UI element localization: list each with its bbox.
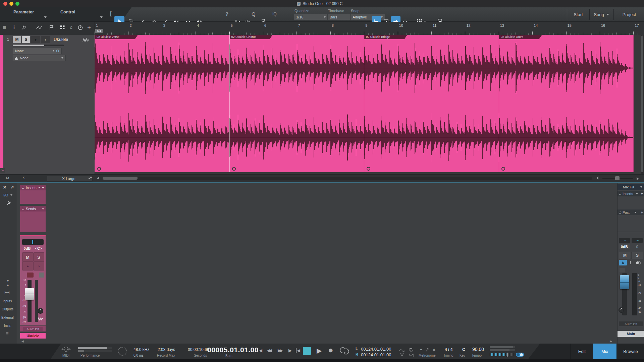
track-mute-button[interactable]: M [13,36,21,43]
main-automation-bar[interactable]: Auto: Off [619,321,643,326]
rewind-button[interactable]: ◀◀ [267,348,271,353]
monitor-toggle[interactable] [516,353,524,357]
zoom-slider[interactable] [602,178,633,179]
metronome-wrench-icon[interactable] [425,347,430,353]
zoom-in-icon[interactable] [636,176,639,182]
key-value[interactable]: C [462,347,465,352]
play-button[interactable]: ▶ [317,347,322,355]
timing-value[interactable]: 4 / 4 [445,347,452,352]
track-pan-button[interactable]: O [54,48,62,54]
marker-prev-button[interactable]: ◀ [259,348,262,353]
main-fader-cap[interactable] [620,275,629,289]
tempo-value[interactable]: 90.00 [472,347,484,352]
track-io-select[interactable]: None [13,48,57,54]
narrow-icon[interactable]: ▶◀ [5,291,9,294]
rail-item-outputs[interactable]: Outputs [2,307,13,311]
arrange-hscrollbar[interactable] [103,177,592,180]
nav-song-button[interactable]: Song [590,7,612,21]
mixer-scroll-right-icon[interactable]: ▶ [610,340,612,343]
view-mix-button[interactable]: Mix [593,344,616,359]
arrange-hscrollbar-handle[interactable] [103,177,138,180]
track-automation-badge[interactable] [0,168,5,173]
ruler-tick [137,34,137,35]
zoom-out-icon[interactable] [596,176,599,181]
cpu-ring-icon[interactable] [118,347,127,356]
channel-inserts-header[interactable]: Inserts + [20,185,46,190]
track-size-select[interactable]: X-Large [47,176,93,182]
track-name[interactable]: Ukulele [54,37,68,42]
main-knob[interactable] [619,307,624,313]
track-solo-button[interactable]: S [22,36,30,43]
loop-button[interactable] [340,347,350,356]
collapse-down-icon[interactable]: ▼ [6,279,9,283]
marker-next-button[interactable]: ▶ [288,348,292,353]
master-mute-label[interactable]: M [6,176,9,180]
channel-inserts-box[interactable] [20,190,46,204]
mixer-scroll-left-icon[interactable]: ◀ [21,340,24,343]
power-icon[interactable] [21,207,24,210]
master-solo-label[interactable]: S [23,176,25,180]
loop-end-value[interactable]: 00124.01.01.00 [361,352,391,357]
io-toggle[interactable]: I/O [1,192,16,198]
track-record-button[interactable]: ● [31,36,40,43]
ruler-tick [233,34,234,35]
channel-fader-track[interactable] [28,280,32,322]
loop-start-value[interactable]: 00124.01.01.00 [361,347,391,352]
record-button[interactable]: ● [328,345,333,355]
stop-button[interactable] [303,347,311,355]
track-monitor-button[interactable]: ◐ [41,36,50,43]
metronome-dot-icon[interactable]: ● [420,347,422,351]
close-mixer-icon[interactable]: × [3,184,6,191]
channel-automation-bar[interactable]: Auto: Off [20,326,46,331]
return-to-start-button[interactable]: ◀ [296,348,300,353]
rail-item-instruments[interactable]: Instr. [4,324,11,327]
channel-name-plate[interactable]: Ukulele [20,333,46,339]
channel-knob[interactable] [38,308,43,314]
track-instrument-select[interactable]: None [13,55,66,61]
performance-meter-top[interactable] [78,347,112,349]
popout-mixer-icon[interactable]: ↗ [10,185,14,190]
power-icon[interactable] [21,186,24,189]
rail-item-inputs[interactable]: Inputs [3,299,12,303]
channel-sends-box[interactable] [20,212,46,232]
view-edit-button[interactable]: Edit [570,344,593,359]
ruler-tick [482,33,482,35]
arrange-vscrollbar[interactable] [641,35,644,174]
nav-project-button[interactable]: Project [614,7,644,21]
chevron-down-icon [10,194,12,196]
channel-editor-wrench-icon[interactable] [6,201,11,207]
position-display[interactable]: 00005.01.01.00 [207,346,259,354]
punch-out-icon[interactable] [409,352,414,358]
list-options-icon[interactable]: ≡ [90,176,93,181]
track-color-strip[interactable] [0,35,3,168]
scroll-left-icon[interactable]: ◀ [97,176,99,180]
add-insert-icon[interactable]: + [42,185,44,190]
nav-start-button[interactable]: Start [568,7,589,21]
ruler-tick [410,34,411,35]
rail-menu-icon[interactable]: ≡ [6,330,9,336]
volume-segment-meter[interactable] [490,353,514,356]
quantize-tool-icon[interactable]: Q [252,11,256,17]
performance-meter-bottom[interactable] [78,350,112,352]
timeline-ruler[interactable]: 1234567891011121314151617 [0,22,644,35]
settings-gear-icon[interactable] [400,352,404,358]
collapse-up-icon[interactable]: ▲ [6,283,9,287]
quantize-select[interactable]: 1/16 [294,14,328,20]
main-name-plate[interactable]: Main [618,331,644,337]
metronome-triangle-icon[interactable]: ▲ [432,347,436,352]
minimize-window-button[interactable] [9,2,13,6]
arrange-vscrollbar-handle[interactable] [641,36,643,172]
close-window-button[interactable] [3,2,7,6]
fast-forward-button[interactable]: ▶▶ [278,348,282,353]
add-send-icon[interactable]: + [42,206,44,211]
macro-tab-parameter[interactable]: Parameter [6,9,53,20]
macro-tab-control[interactable]: Control [54,9,107,20]
track-volume-slider[interactable] [13,45,64,46]
zoom-slider-handle[interactable] [615,176,620,180]
view-browse-button[interactable]: Browse [616,344,644,359]
channel-sends-header[interactable]: Sends + [20,206,46,212]
rail-item-external[interactable]: External [1,316,14,319]
help-tool-icon[interactable]: ? [225,11,228,17]
channel-fader-cap[interactable] [25,288,34,300]
zoom-window-button[interactable] [15,2,19,6]
